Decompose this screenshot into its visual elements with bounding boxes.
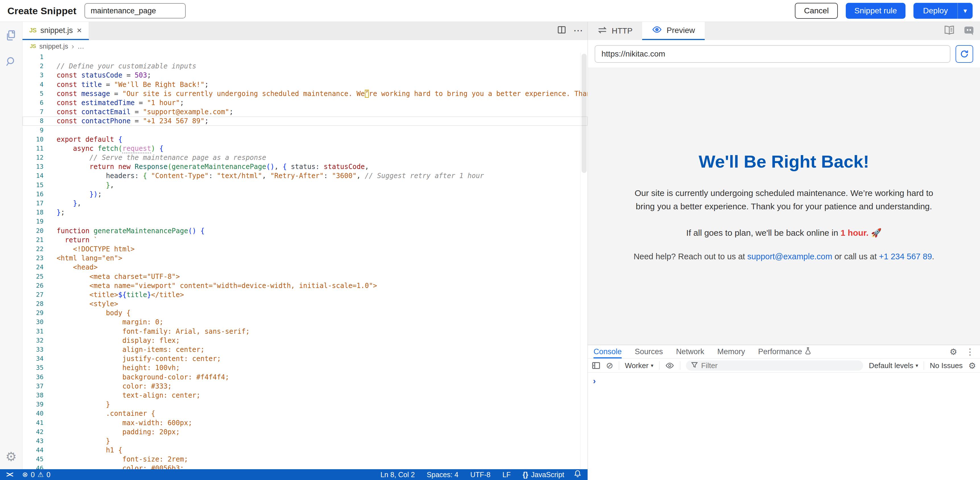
discord-icon[interactable] bbox=[964, 25, 974, 37]
code-line[interactable]: 37 color: #333; bbox=[22, 382, 587, 391]
devtools-settings-icon[interactable]: ⚙ bbox=[950, 347, 957, 357]
code-line[interactable]: 18}; bbox=[22, 208, 587, 217]
problems-indicator[interactable]: ⊗ 0 ⚠ 0 bbox=[22, 470, 50, 479]
code-line[interactable]: 20function generateMaintenancePage() { bbox=[22, 227, 587, 236]
refresh-button[interactable] bbox=[956, 45, 973, 63]
split-editor-icon[interactable] bbox=[557, 25, 566, 35]
code-line[interactable]: 16 }); bbox=[22, 190, 587, 199]
deploy-dropdown-button[interactable]: ▾ bbox=[958, 3, 973, 19]
docs-book-icon[interactable] bbox=[943, 25, 955, 36]
status-item[interactable]: Spaces: 4 bbox=[427, 470, 458, 479]
devtools-tab-console[interactable]: Console bbox=[593, 345, 622, 358]
code-line[interactable]: 44 h1 { bbox=[22, 446, 587, 455]
log-levels-selector[interactable]: Default levels▾ bbox=[869, 361, 918, 370]
devtools-tab-performance[interactable]: Performance bbox=[758, 345, 811, 358]
code-line[interactable]: 17 }, bbox=[22, 199, 587, 208]
code-line[interactable]: 46 color: #0056b3; bbox=[22, 464, 587, 469]
deploy-button[interactable]: Deploy bbox=[913, 3, 958, 19]
code-line[interactable]: 9 bbox=[22, 126, 587, 135]
status-item[interactable]: Ln 8, Col 2 bbox=[380, 470, 415, 479]
code-line[interactable]: 6const estimatedTime = "1 hour"; bbox=[22, 98, 587, 107]
code-line[interactable]: 24 <head> bbox=[22, 263, 587, 272]
code-line[interactable]: 29 body { bbox=[22, 309, 587, 318]
cancel-button[interactable]: Cancel bbox=[795, 3, 838, 19]
status-item[interactable]: LF bbox=[503, 470, 511, 479]
settings-gear-icon[interactable]: ⚙ bbox=[5, 450, 18, 463]
code-line[interactable]: 14 headers: { "Content-Type": "text/html… bbox=[22, 171, 587, 181]
devtools-tab-network[interactable]: Network bbox=[676, 345, 704, 358]
breadcrumb[interactable]: JS snippet.js › … bbox=[22, 40, 587, 52]
devtools-tab-memory[interactable]: Memory bbox=[717, 345, 745, 358]
code-line-text: .container { bbox=[43, 409, 155, 418]
code-line[interactable]: 26 <meta name="viewport" content="width=… bbox=[22, 281, 587, 290]
scrollbar-thumb[interactable] bbox=[582, 54, 587, 173]
code-line[interactable]: 3const statusCode = 503; bbox=[22, 71, 587, 80]
code-line[interactable]: 31 font-family: Arial, sans-serif; bbox=[22, 327, 587, 336]
clear-console-icon[interactable]: ⊘ bbox=[606, 361, 613, 370]
support-email-link[interactable]: support@example.com bbox=[748, 252, 832, 261]
editor-scrollbar[interactable] bbox=[580, 52, 587, 469]
code-line[interactable]: 33 align-items: center; bbox=[22, 345, 587, 354]
code-line[interactable]: 11 async fetch(request) { bbox=[22, 144, 587, 153]
search-icon[interactable] bbox=[5, 55, 18, 68]
code-line[interactable]: 27 <title>${title}</title> bbox=[22, 290, 587, 299]
tab-snippet-js[interactable]: JS snippet.js × bbox=[22, 22, 89, 40]
code-line[interactable]: 39 } bbox=[22, 400, 587, 409]
code-line[interactable]: 35 height: 100vh; bbox=[22, 363, 587, 372]
code-line[interactable]: 25 <meta charset="UTF-8"> bbox=[22, 272, 587, 281]
code-line[interactable]: 41 max-width: 600px; bbox=[22, 418, 587, 428]
code-line[interactable]: 38 text-align: center; bbox=[22, 391, 587, 400]
code-line[interactable]: 7const contactEmail = "support@example.c… bbox=[22, 107, 587, 116]
context-selector[interactable]: Worker▾ bbox=[625, 361, 653, 370]
devtools-menu-icon[interactable]: ⋮ bbox=[966, 347, 974, 357]
snippet-name-input[interactable] bbox=[84, 3, 186, 19]
live-expression-eye-icon[interactable] bbox=[665, 362, 674, 369]
code-line[interactable]: 2// Define your customizable inputs bbox=[22, 62, 587, 71]
remote-indicator[interactable]: >< bbox=[6, 470, 13, 478]
tab-http[interactable]: HTTP bbox=[588, 22, 642, 40]
devtools-tab-sources[interactable]: Sources bbox=[635, 345, 663, 358]
console-output[interactable]: › bbox=[588, 373, 980, 480]
phone-link[interactable]: +1 234 567 89 bbox=[879, 252, 932, 261]
code-editor[interactable]: 12// Define your customizable inputs3con… bbox=[22, 52, 587, 469]
console-prompt[interactable]: › bbox=[593, 376, 596, 385]
code-line[interactable]: 21 return ` bbox=[22, 236, 587, 244]
code-line[interactable]: 1 bbox=[22, 52, 587, 62]
code-line[interactable]: 23<html lang="en"> bbox=[22, 253, 587, 263]
code-line[interactable]: 10export default { bbox=[22, 135, 587, 144]
code-line[interactable]: 42 padding: 20px; bbox=[22, 428, 587, 437]
code-line[interactable]: 34 justify-content: center; bbox=[22, 354, 587, 363]
code-line[interactable]: 22 <!DOCTYPE html> bbox=[22, 244, 587, 253]
console-filter[interactable] bbox=[686, 360, 864, 371]
status-item[interactable]: {}JavaScript bbox=[523, 470, 564, 479]
preview-url-input[interactable] bbox=[595, 45, 950, 63]
code-line[interactable]: 28 <style> bbox=[22, 299, 587, 309]
code-line[interactable]: 15 }, bbox=[22, 181, 587, 190]
code-line[interactable]: 30 margin: 0; bbox=[22, 318, 587, 326]
breadcrumb-file[interactable]: snippet.js bbox=[39, 42, 68, 50]
console-sidebar-toggle-icon[interactable] bbox=[592, 361, 600, 370]
code-line[interactable]: 5const message = "Our site is currently … bbox=[22, 89, 587, 98]
code-line[interactable]: 13 return new Response(generateMaintenan… bbox=[22, 162, 587, 171]
code-line[interactable]: 43 } bbox=[22, 437, 587, 446]
status-item[interactable]: UTF-8 bbox=[470, 470, 490, 479]
files-icon[interactable] bbox=[5, 29, 18, 42]
code-line[interactable]: 45 font-size: 2rem; bbox=[22, 455, 587, 464]
code-line[interactable]: 32 display: flex; bbox=[22, 336, 587, 345]
code-line[interactable]: 12 // Serve the maintenance page as a re… bbox=[22, 153, 587, 162]
issues-counter[interactable]: No Issues bbox=[930, 361, 963, 370]
code-line[interactable]: 36 background-color: #f4f4f4; bbox=[22, 373, 587, 382]
code-line[interactable]: 19 bbox=[22, 217, 587, 226]
console-settings-icon[interactable]: ⚙ bbox=[968, 361, 976, 371]
filter-input[interactable] bbox=[701, 361, 858, 370]
snippet-rule-button[interactable]: Snippet rule bbox=[846, 3, 905, 19]
close-tab-icon[interactable]: × bbox=[77, 26, 82, 35]
more-actions-icon[interactable]: ⋯ bbox=[573, 25, 584, 36]
notifications-bell-icon[interactable] bbox=[574, 470, 581, 480]
code-line[interactable]: 4const title = "We'll Be Right Back!"; bbox=[22, 80, 587, 89]
tab-preview[interactable]: Preview bbox=[642, 22, 705, 40]
code-line[interactable]: 40 .container { bbox=[22, 409, 587, 418]
breadcrumb-symbol[interactable]: … bbox=[77, 42, 84, 50]
line-number: 44 bbox=[22, 446, 43, 455]
code-line[interactable]: 8const contactPhone = "+1 234 567 89"; bbox=[22, 116, 587, 125]
